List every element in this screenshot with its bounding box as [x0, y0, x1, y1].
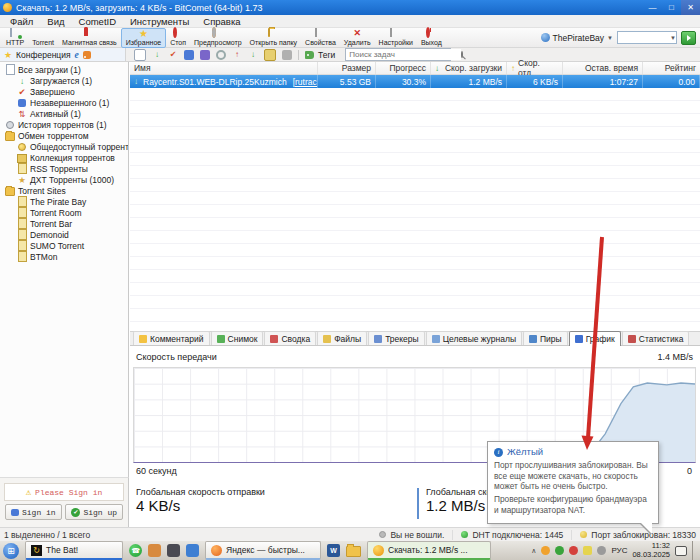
delete-button[interactable]: ✕ Удалить — [340, 28, 375, 47]
peers-icon[interactable] — [200, 50, 210, 60]
taskbar-browser-button[interactable]: Яндекс — быстры... — [205, 541, 321, 560]
column-size[interactable]: Размер — [318, 62, 376, 74]
start-icon[interactable]: ↓ — [152, 50, 162, 60]
sidebar-item-btmon[interactable]: BTMon — [0, 251, 128, 262]
taskbar-app-icon-3[interactable] — [186, 544, 199, 557]
files-icon[interactable] — [184, 50, 194, 60]
properties-button[interactable]: Свойства — [301, 28, 340, 47]
sidebar-item-incomplete[interactable]: Незавершенного (1) — [0, 97, 128, 108]
tab-graph[interactable]: График — [569, 331, 621, 346]
open-folder-button[interactable]: Открыть папку — [246, 28, 302, 47]
sidebar-item-rss-torrents[interactable]: RSS Торренты — [0, 163, 128, 174]
schedule-icon[interactable] — [216, 50, 226, 60]
sidebar-item-torrent-history[interactable]: История торрентов (1) — [0, 119, 128, 130]
magnet-link-button[interactable]: Магнитная связь — [58, 28, 121, 47]
task-search-box[interactable] — [345, 48, 451, 61]
tab-peers[interactable]: Пиры — [523, 331, 568, 345]
torrent-row[interactable]: ↓ Raycentr.S01.WEB-DLRip.25Kuzmich [rutr… — [130, 75, 700, 88]
sidebar-item-public-torrent[interactable]: Общедоступный торрент — [0, 141, 128, 152]
sidebar-item-torrent-sites[interactable]: Torrent Sites — [0, 185, 128, 196]
show-desktop-button[interactable] — [692, 541, 698, 560]
tray-icon-orange[interactable] — [541, 546, 550, 555]
minimize-button[interactable]: — — [643, 0, 662, 15]
sidebar-item-torrent-bar[interactable]: Torrent Bar — [0, 218, 128, 229]
column-name[interactable]: Имя — [130, 62, 318, 74]
sidebar-item-completed[interactable]: ✔ Завершено — [0, 86, 128, 97]
column-remaining-time[interactable]: Остав. время — [563, 62, 643, 74]
column-progress[interactable]: Прогресс — [376, 62, 431, 74]
taskbar-app-icon-1[interactable] — [148, 544, 161, 557]
sidebar-item-sumo-torrent[interactable]: SUMO Torrent — [0, 240, 128, 251]
close-button[interactable]: ✕ — [681, 0, 700, 15]
sidebar-item-dht-torrents[interactable]: ★ ДХТ Торренты (1000) — [0, 174, 128, 185]
tab-files[interactable]: Файлы — [317, 331, 367, 345]
sidebar-item-torrent-exchange[interactable]: Обмен торрентом — [0, 130, 128, 141]
sidebar-item-torrent-room[interactable]: Torrent Room — [0, 207, 128, 218]
sidebar-item-active[interactable]: ⇅ Активный (1) — [0, 108, 128, 119]
column-rating[interactable]: Рейтинг — [643, 62, 700, 74]
sidebar-item-all-downloads[interactable]: Все загрузки (1) — [0, 64, 128, 75]
tab-trackers[interactable]: Трекеры — [368, 331, 425, 345]
go-search-button[interactable] — [681, 31, 696, 45]
taskbar-bitcomet-button[interactable]: Скачать: 1.2 MB/s ... — [367, 541, 491, 560]
http-button[interactable]: HTTP — [2, 28, 28, 47]
taskbar-app-icon-2[interactable] — [167, 544, 180, 557]
column-download-speed[interactable]: ↓ Скор. загрузки — [431, 62, 507, 74]
exit-button[interactable]: Выход — [417, 28, 446, 47]
tags-label[interactable]: Теги — [318, 50, 335, 60]
tab-summary[interactable]: Сводка — [264, 331, 316, 345]
sign-up-button[interactable]: ✔ Sign up — [65, 504, 123, 520]
word-icon[interactable]: W — [327, 544, 340, 557]
sidebar-item-torrent-collection[interactable]: Коллекция торрентов — [0, 152, 128, 163]
dht-status[interactable]: DHT подключена: 1445 — [452, 530, 563, 540]
menu-help[interactable]: Справка — [197, 16, 246, 27]
tray-chevron-icon[interactable]: ∧ — [531, 547, 536, 555]
add-task-icon[interactable] — [134, 49, 146, 61]
finish-icon[interactable]: ✔ — [168, 50, 178, 60]
port-status[interactable]: Порт заблокирован: 18330 — [571, 530, 696, 540]
task-search-input[interactable] — [346, 49, 461, 60]
login-status[interactable]: Вы не вошли. — [371, 530, 444, 540]
taskbar-clock[interactable]: 11:32 08.03.2025 — [632, 542, 670, 559]
tray-icon-green[interactable] — [555, 546, 564, 555]
trash-icon[interactable] — [282, 50, 292, 60]
tray-icon-red[interactable] — [569, 546, 578, 555]
column-upload-speed[interactable]: ↑ Скор. отд... — [507, 62, 563, 74]
search-engine-selector[interactable]: ThePirateBay ▼ — [541, 33, 613, 43]
tab-comment[interactable]: Комментарий — [133, 331, 210, 345]
sidebar-item-demonoid[interactable]: Demonoid — [0, 229, 128, 240]
sidebar-item-the-pirate-bay[interactable]: The Pirate Bay — [0, 196, 128, 207]
conference-label[interactable]: Конференция — [16, 50, 70, 60]
search-term-input[interactable] — [620, 32, 670, 43]
rss-icon[interactable] — [83, 51, 91, 59]
menu-file[interactable]: Файл — [4, 16, 39, 27]
notification-icon[interactable] — [675, 546, 687, 556]
tray-icon-yellow[interactable] — [583, 546, 592, 555]
sign-in-button[interactable]: Sign in — [5, 504, 62, 520]
start-button[interactable]: ⊞ — [3, 543, 19, 559]
whatsapp-icon[interactable]: ☎ — [129, 544, 142, 557]
search-term-combo[interactable]: ▼ — [617, 31, 677, 44]
ie-icon[interactable]: e — [75, 50, 79, 60]
tracker-link[interactable]: [rutracker.org] — [293, 77, 318, 87]
tray-icon-gray[interactable] — [597, 546, 606, 555]
move-up-icon[interactable]: ↑ — [232, 50, 242, 60]
favorites-button[interactable]: ★ Избранное — [121, 28, 166, 48]
tab-target-logs[interactable]: Целевые журналы — [426, 331, 522, 345]
settings-button[interactable]: Настройки — [375, 28, 417, 47]
move-down-icon[interactable]: ↓ — [248, 50, 258, 60]
menu-view[interactable]: Вид — [41, 16, 70, 27]
preview-button[interactable]: Предпросмотр — [190, 28, 245, 47]
taskbar-the-bat-button[interactable]: ↻ The Bat! — [25, 541, 123, 560]
menu-cometid[interactable]: CometID — [73, 16, 122, 27]
copy-icon[interactable] — [264, 49, 276, 61]
tab-statistics[interactable]: Статистика — [622, 331, 690, 345]
language-indicator[interactable]: РУС — [611, 546, 627, 555]
sidebar-item-downloading[interactable]: ↓ Загружается (1) — [0, 75, 128, 86]
tab-snapshot[interactable]: Снимок — [211, 331, 264, 345]
torrent-button[interactable]: Torrent — [28, 28, 58, 47]
stop-button[interactable]: Стоп — [166, 28, 190, 47]
menu-tools[interactable]: Инструменты — [124, 16, 195, 27]
maximize-button[interactable]: □ — [662, 0, 681, 15]
explorer-folder-icon[interactable] — [346, 546, 361, 557]
